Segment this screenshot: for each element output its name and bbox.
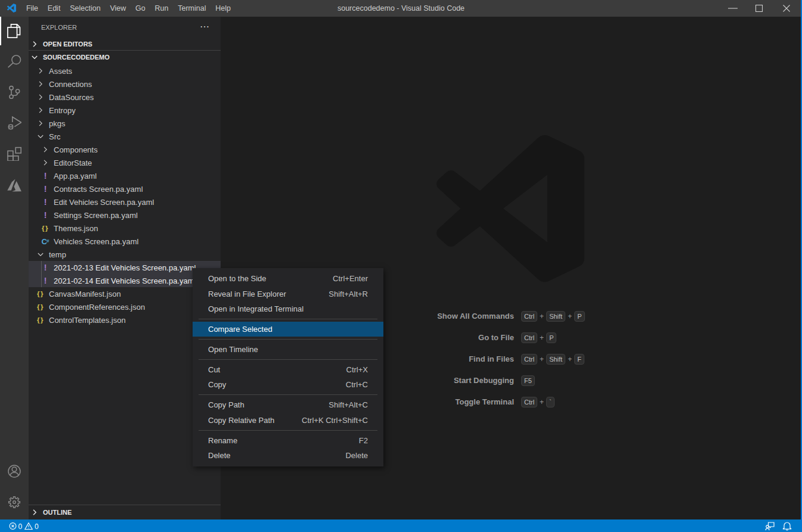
svg-text:0: 0 <box>18 522 23 531</box>
svg-text:0: 0 <box>35 522 39 531</box>
